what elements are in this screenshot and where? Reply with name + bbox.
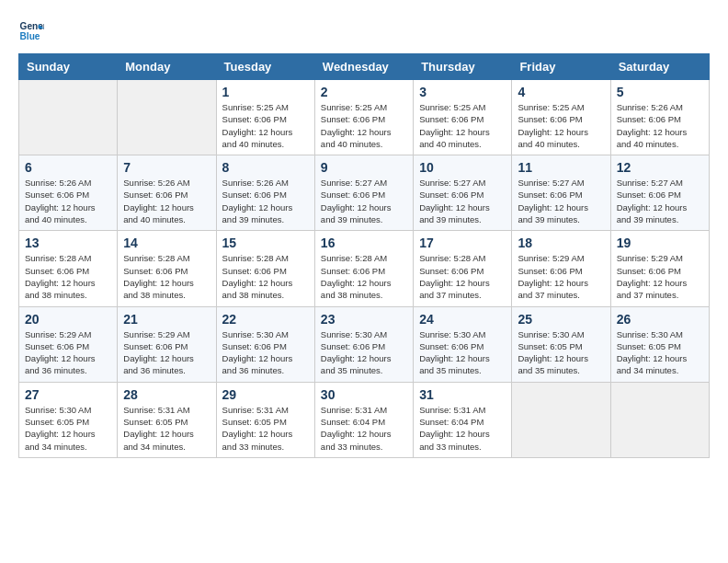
day-info: Sunrise: 5:31 AM Sunset: 6:04 PM Dayligh… bbox=[419, 404, 506, 453]
day-info: Sunrise: 5:27 AM Sunset: 6:06 PM Dayligh… bbox=[518, 177, 604, 225]
day-number: 7 bbox=[123, 160, 210, 175]
day-number: 11 bbox=[518, 160, 604, 175]
day-number: 10 bbox=[419, 160, 506, 175]
day-number: 2 bbox=[321, 85, 407, 99]
logo-icon: General Blue bbox=[18, 18, 44, 44]
calendar-cell: 5Sunrise: 5:26 AM Sunset: 6:06 PM Daylig… bbox=[610, 80, 709, 155]
day-of-week-header: Thursday bbox=[414, 54, 512, 80]
calendar-cell: 15Sunrise: 5:28 AM Sunset: 6:06 PM Dayli… bbox=[216, 231, 314, 306]
day-number: 3 bbox=[419, 85, 506, 99]
calendar-cell bbox=[512, 382, 610, 457]
calendar-cell: 13Sunrise: 5:28 AM Sunset: 6:06 PM Dayli… bbox=[19, 231, 118, 306]
calendar-cell: 30Sunrise: 5:31 AM Sunset: 6:04 PM Dayli… bbox=[314, 382, 413, 457]
calendar-week-row: 1Sunrise: 5:25 AM Sunset: 6:06 PM Daylig… bbox=[19, 80, 710, 155]
day-of-week-header: Tuesday bbox=[216, 54, 314, 80]
day-of-week-header: Monday bbox=[118, 54, 216, 80]
day-info: Sunrise: 5:30 AM Sunset: 6:06 PM Dayligh… bbox=[321, 328, 407, 377]
calendar-cell: 24Sunrise: 5:30 AM Sunset: 6:06 PM Dayli… bbox=[414, 306, 512, 382]
calendar-header-row: SundayMondayTuesdayWednesdayThursdayFrid… bbox=[19, 54, 710, 80]
day-info: Sunrise: 5:29 AM Sunset: 6:06 PM Dayligh… bbox=[518, 252, 604, 301]
calendar-cell: 31Sunrise: 5:31 AM Sunset: 6:04 PM Dayli… bbox=[414, 382, 512, 457]
day-of-week-header: Friday bbox=[512, 54, 610, 80]
logo: General Blue bbox=[18, 18, 44, 44]
day-number: 9 bbox=[321, 160, 407, 175]
day-info: Sunrise: 5:26 AM Sunset: 6:06 PM Dayligh… bbox=[25, 177, 111, 225]
calendar-cell: 16Sunrise: 5:28 AM Sunset: 6:06 PM Dayli… bbox=[314, 231, 413, 306]
calendar-week-row: 13Sunrise: 5:28 AM Sunset: 6:06 PM Dayli… bbox=[19, 231, 710, 306]
day-number: 13 bbox=[25, 236, 111, 250]
calendar-cell: 21Sunrise: 5:29 AM Sunset: 6:06 PM Dayli… bbox=[118, 306, 216, 382]
day-info: Sunrise: 5:27 AM Sunset: 6:06 PM Dayligh… bbox=[321, 177, 407, 225]
day-info: Sunrise: 5:30 AM Sunset: 6:06 PM Dayligh… bbox=[222, 328, 309, 377]
day-info: Sunrise: 5:29 AM Sunset: 6:06 PM Dayligh… bbox=[617, 252, 703, 301]
day-info: Sunrise: 5:28 AM Sunset: 6:06 PM Dayligh… bbox=[321, 252, 407, 301]
day-number: 1 bbox=[222, 85, 309, 99]
day-info: Sunrise: 5:31 AM Sunset: 6:05 PM Dayligh… bbox=[123, 404, 210, 453]
day-info: Sunrise: 5:28 AM Sunset: 6:06 PM Dayligh… bbox=[25, 252, 111, 301]
calendar-cell: 22Sunrise: 5:30 AM Sunset: 6:06 PM Dayli… bbox=[216, 306, 314, 382]
day-number: 20 bbox=[25, 312, 111, 327]
day-number: 12 bbox=[617, 160, 703, 175]
day-info: Sunrise: 5:30 AM Sunset: 6:05 PM Dayligh… bbox=[518, 328, 604, 377]
calendar-week-row: 20Sunrise: 5:29 AM Sunset: 6:06 PM Dayli… bbox=[19, 306, 710, 382]
calendar-cell: 10Sunrise: 5:27 AM Sunset: 6:06 PM Dayli… bbox=[414, 155, 512, 231]
calendar-cell: 9Sunrise: 5:27 AM Sunset: 6:06 PM Daylig… bbox=[314, 155, 413, 231]
day-of-week-header: Wednesday bbox=[314, 54, 413, 80]
calendar-cell: 17Sunrise: 5:28 AM Sunset: 6:06 PM Dayli… bbox=[414, 231, 512, 306]
day-number: 4 bbox=[518, 85, 604, 99]
calendar-cell: 20Sunrise: 5:29 AM Sunset: 6:06 PM Dayli… bbox=[19, 306, 118, 382]
day-info: Sunrise: 5:31 AM Sunset: 6:05 PM Dayligh… bbox=[222, 404, 309, 453]
day-number: 18 bbox=[518, 236, 604, 250]
day-info: Sunrise: 5:25 AM Sunset: 6:06 PM Dayligh… bbox=[419, 101, 506, 150]
day-info: Sunrise: 5:30 AM Sunset: 6:05 PM Dayligh… bbox=[617, 328, 703, 377]
calendar-cell bbox=[19, 80, 118, 155]
day-number: 16 bbox=[321, 236, 407, 250]
calendar-cell: 2Sunrise: 5:25 AM Sunset: 6:06 PM Daylig… bbox=[314, 80, 413, 155]
calendar-cell: 7Sunrise: 5:26 AM Sunset: 6:06 PM Daylig… bbox=[118, 155, 216, 231]
svg-text:Blue: Blue bbox=[20, 31, 40, 41]
day-number: 21 bbox=[123, 312, 210, 327]
day-number: 14 bbox=[123, 236, 210, 250]
day-number: 5 bbox=[617, 85, 703, 99]
calendar-cell: 8Sunrise: 5:26 AM Sunset: 6:06 PM Daylig… bbox=[216, 155, 314, 231]
day-number: 26 bbox=[617, 312, 703, 327]
day-number: 31 bbox=[419, 387, 506, 402]
calendar-cell: 28Sunrise: 5:31 AM Sunset: 6:05 PM Dayli… bbox=[118, 382, 216, 457]
header: General Blue bbox=[18, 18, 710, 44]
day-info: Sunrise: 5:26 AM Sunset: 6:06 PM Dayligh… bbox=[222, 177, 309, 225]
day-info: Sunrise: 5:28 AM Sunset: 6:06 PM Dayligh… bbox=[123, 252, 210, 301]
day-info: Sunrise: 5:29 AM Sunset: 6:06 PM Dayligh… bbox=[25, 328, 111, 377]
day-number: 29 bbox=[222, 387, 309, 402]
calendar-cell: 11Sunrise: 5:27 AM Sunset: 6:06 PM Dayli… bbox=[512, 155, 610, 231]
day-number: 28 bbox=[123, 387, 210, 402]
day-info: Sunrise: 5:31 AM Sunset: 6:04 PM Dayligh… bbox=[321, 404, 407, 453]
day-info: Sunrise: 5:30 AM Sunset: 6:05 PM Dayligh… bbox=[25, 404, 111, 453]
calendar-cell: 6Sunrise: 5:26 AM Sunset: 6:06 PM Daylig… bbox=[19, 155, 118, 231]
day-number: 19 bbox=[617, 236, 703, 250]
calendar-cell: 3Sunrise: 5:25 AM Sunset: 6:06 PM Daylig… bbox=[414, 80, 512, 155]
day-info: Sunrise: 5:26 AM Sunset: 6:06 PM Dayligh… bbox=[617, 101, 703, 150]
day-number: 30 bbox=[321, 387, 407, 402]
calendar: SundayMondayTuesdayWednesdayThursdayFrid… bbox=[18, 53, 710, 458]
calendar-cell: 26Sunrise: 5:30 AM Sunset: 6:05 PM Dayli… bbox=[610, 306, 709, 382]
day-info: Sunrise: 5:25 AM Sunset: 6:06 PM Dayligh… bbox=[518, 101, 604, 150]
day-number: 6 bbox=[25, 160, 111, 175]
calendar-cell: 19Sunrise: 5:29 AM Sunset: 6:06 PM Dayli… bbox=[610, 231, 709, 306]
day-info: Sunrise: 5:27 AM Sunset: 6:06 PM Dayligh… bbox=[419, 177, 506, 225]
calendar-week-row: 27Sunrise: 5:30 AM Sunset: 6:05 PM Dayli… bbox=[19, 382, 710, 457]
calendar-cell: 14Sunrise: 5:28 AM Sunset: 6:06 PM Dayli… bbox=[118, 231, 216, 306]
day-number: 17 bbox=[419, 236, 506, 250]
day-info: Sunrise: 5:29 AM Sunset: 6:06 PM Dayligh… bbox=[123, 328, 210, 377]
calendar-cell: 12Sunrise: 5:27 AM Sunset: 6:06 PM Dayli… bbox=[610, 155, 709, 231]
calendar-cell: 27Sunrise: 5:30 AM Sunset: 6:05 PM Dayli… bbox=[19, 382, 118, 457]
day-number: 27 bbox=[25, 387, 111, 402]
day-info: Sunrise: 5:25 AM Sunset: 6:06 PM Dayligh… bbox=[222, 101, 309, 150]
calendar-cell: 23Sunrise: 5:30 AM Sunset: 6:06 PM Dayli… bbox=[314, 306, 413, 382]
day-info: Sunrise: 5:27 AM Sunset: 6:06 PM Dayligh… bbox=[617, 177, 703, 225]
day-info: Sunrise: 5:30 AM Sunset: 6:06 PM Dayligh… bbox=[419, 328, 506, 377]
day-number: 8 bbox=[222, 160, 309, 175]
day-info: Sunrise: 5:28 AM Sunset: 6:06 PM Dayligh… bbox=[419, 252, 506, 301]
day-info: Sunrise: 5:26 AM Sunset: 6:06 PM Dayligh… bbox=[123, 177, 210, 225]
day-info: Sunrise: 5:25 AM Sunset: 6:06 PM Dayligh… bbox=[321, 101, 407, 150]
calendar-week-row: 6Sunrise: 5:26 AM Sunset: 6:06 PM Daylig… bbox=[19, 155, 710, 231]
